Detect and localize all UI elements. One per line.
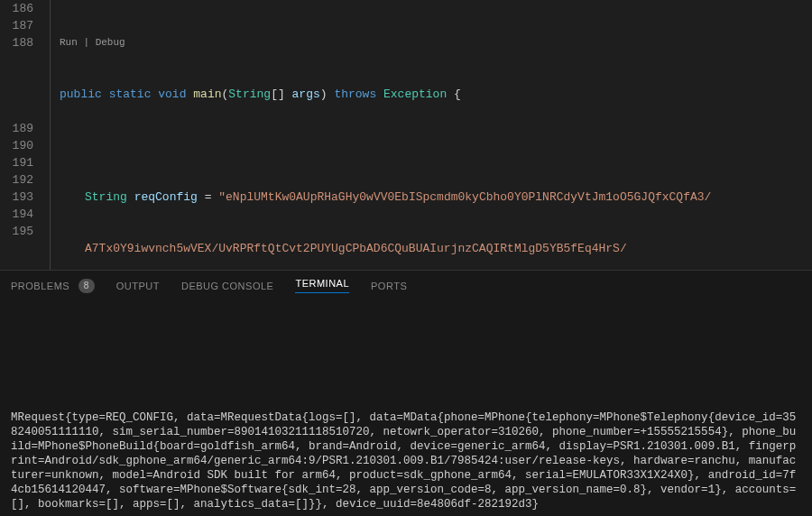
- line-number: 190: [0, 137, 33, 154]
- tab-output[interactable]: OUTPUT: [116, 281, 160, 291]
- terminal-text: MRequest{type=REQ_CONFIG, data=MRequestD…: [11, 410, 801, 511]
- code-line: A7Tx0Y9iwvnch5wVEX/UvRPRftQtCvt2PUYUgCPb…: [60, 240, 812, 257]
- code-editor[interactable]: Run | Debug public static void main(Stri…: [50, 0, 812, 270]
- line-number: 188: [0, 34, 33, 51]
- line-number: 195: [0, 223, 33, 240]
- tab-ports[interactable]: PORTS: [371, 281, 407, 291]
- line-number: 189: [0, 120, 33, 137]
- problems-badge: 8: [78, 279, 95, 293]
- codelens[interactable]: Run | Debug: [60, 34, 812, 51]
- line-number: 193: [0, 189, 33, 206]
- line-number: 187: [0, 17, 33, 34]
- tab-debug-console[interactable]: DEBUG CONSOLE: [181, 281, 273, 291]
- code-line: String reqConfig = "eNplUMtKw0AUpRHaGHy0…: [60, 189, 812, 206]
- code-line: public static void main(String[] args) t…: [60, 86, 812, 103]
- line-number: 192: [0, 171, 33, 189]
- line-number-gutter: 186 187 188 189 190 💡 191 192 193 194 19…: [0, 0, 50, 270]
- panel-tabs: PROBLEMS 8 OUTPUT DEBUG CONSOLE TERMINAL…: [0, 271, 812, 300]
- line-number: 186: [0, 0, 33, 17]
- line-number: 194: [0, 206, 33, 223]
- terminal-output[interactable]: MRequest{type=REQ_CONFIG, data=MRequestD…: [0, 300, 812, 516]
- code-line: [60, 137, 812, 154]
- line-number: 💡 191: [0, 154, 33, 171]
- tab-problems[interactable]: PROBLEMS 8: [11, 279, 95, 293]
- tab-terminal[interactable]: TERMINAL: [295, 278, 349, 293]
